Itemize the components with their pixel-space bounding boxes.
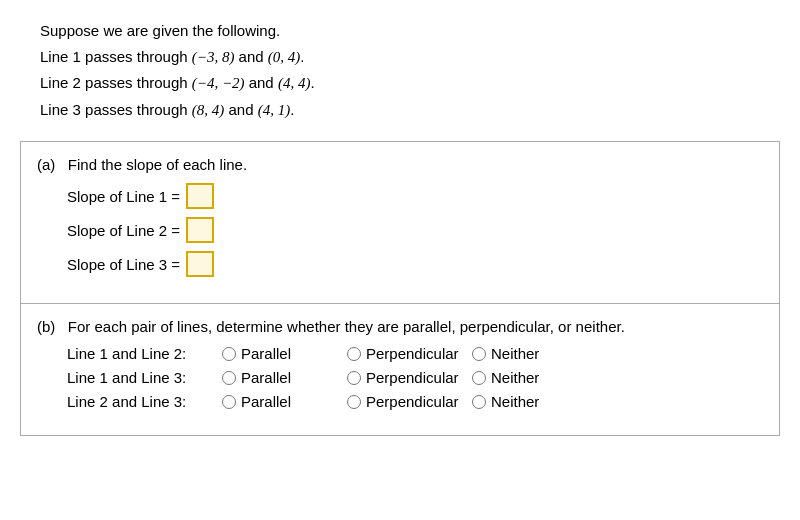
line2-desc: Line 2 passes through (−4, −2) and (4, 4… xyxy=(40,70,780,97)
slope-row-2: Slope of Line 2 = xyxy=(67,217,763,243)
perpendicular-option-2[interactable]: Perpendicular xyxy=(347,369,462,386)
neither-label-3: Neither xyxy=(491,393,539,410)
slope-input-1[interactable] xyxy=(186,183,214,209)
pair-label-1: Line 1 and Line 2: xyxy=(67,345,222,362)
parallel-option-3[interactable]: Parallel xyxy=(222,393,337,410)
perpendicular-option-1[interactable]: Perpendicular xyxy=(347,345,462,362)
perpendicular-label-1: Perpendicular xyxy=(366,345,459,362)
part-b-instruction: For each pair of lines, determine whethe… xyxy=(68,318,625,335)
slope-label-1: Slope of Line 1 = xyxy=(67,188,180,205)
parallel-label-3: Parallel xyxy=(241,393,291,410)
slope-row-1: Slope of Line 1 = xyxy=(67,183,763,209)
neither-label-1: Neither xyxy=(491,345,539,362)
part-a-section: (a) Find the slope of each line. Slope o… xyxy=(21,142,779,304)
premise: Suppose we are given the following. xyxy=(40,18,780,44)
pair-label-2: Line 1 and Line 3: xyxy=(67,369,222,386)
parallel-radio-2[interactable] xyxy=(222,371,236,385)
slope-label-2: Slope of Line 2 = xyxy=(67,222,180,239)
slope-input-2[interactable] xyxy=(186,217,214,243)
parallel-label-2: Parallel xyxy=(241,369,291,386)
main-box: (a) Find the slope of each line. Slope o… xyxy=(20,141,780,436)
parallel-radio-3[interactable] xyxy=(222,395,236,409)
neither-label-2: Neither xyxy=(491,369,539,386)
part-b-letter: (b) xyxy=(37,318,64,335)
perpendicular-option-3[interactable]: Perpendicular xyxy=(347,393,462,410)
part-b-label: (b) For each pair of lines, determine wh… xyxy=(37,318,763,335)
neither-radio-2[interactable] xyxy=(472,371,486,385)
slope-label-3: Slope of Line 3 = xyxy=(67,256,180,273)
part-b-section: (b) For each pair of lines, determine wh… xyxy=(21,304,779,435)
intro-section: Suppose we are given the following. Line… xyxy=(20,18,780,123)
radio-row-2: Line 1 and Line 3: Parallel Perpendicula… xyxy=(67,369,763,386)
slope-input-3[interactable] xyxy=(186,251,214,277)
neither-radio-3[interactable] xyxy=(472,395,486,409)
parallel-option-1[interactable]: Parallel xyxy=(222,345,337,362)
line1-desc: Line 1 passes through (−3, 8) and (0, 4)… xyxy=(40,44,780,71)
part-a-label: (a) Find the slope of each line. xyxy=(37,156,763,173)
line3-desc: Line 3 passes through (8, 4) and (4, 1). xyxy=(40,97,780,124)
perpendicular-label-2: Perpendicular xyxy=(366,369,459,386)
radio-row-3: Line 2 and Line 3: Parallel Perpendicula… xyxy=(67,393,763,410)
radio-row-1: Line 1 and Line 2: Parallel Perpendicula… xyxy=(67,345,763,362)
pair-label-3: Line 2 and Line 3: xyxy=(67,393,222,410)
neither-option-3[interactable]: Neither xyxy=(472,393,587,410)
part-a-letter: (a) xyxy=(37,156,64,173)
perpendicular-radio-1[interactable] xyxy=(347,347,361,361)
part-a-instruction: Find the slope of each line. xyxy=(68,156,247,173)
parallel-label-1: Parallel xyxy=(241,345,291,362)
perpendicular-label-3: Perpendicular xyxy=(366,393,459,410)
perpendicular-radio-3[interactable] xyxy=(347,395,361,409)
slope-row-3: Slope of Line 3 = xyxy=(67,251,763,277)
neither-radio-1[interactable] xyxy=(472,347,486,361)
parallel-radio-1[interactable] xyxy=(222,347,236,361)
neither-option-1[interactable]: Neither xyxy=(472,345,587,362)
parallel-option-2[interactable]: Parallel xyxy=(222,369,337,386)
neither-option-2[interactable]: Neither xyxy=(472,369,587,386)
perpendicular-radio-2[interactable] xyxy=(347,371,361,385)
